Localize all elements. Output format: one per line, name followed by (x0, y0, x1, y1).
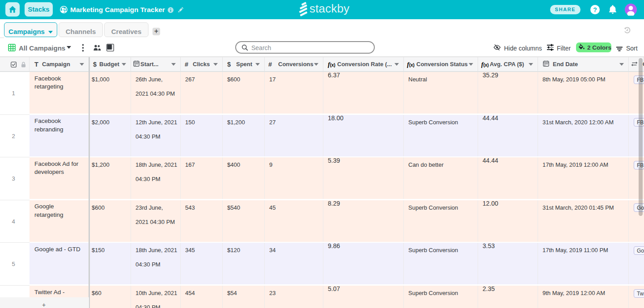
svg-text:?: ? (593, 6, 597, 13)
